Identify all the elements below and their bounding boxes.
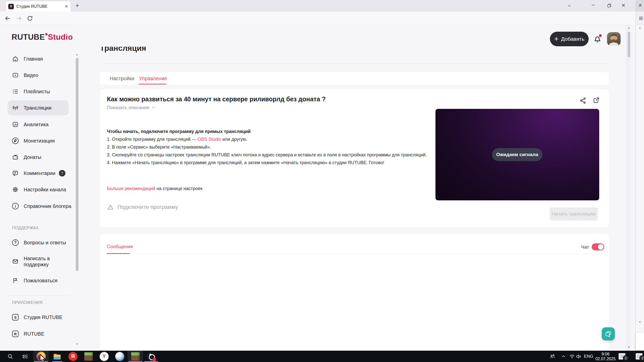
rutube-studio-favicon: S (8, 4, 14, 9)
sidebar-item-streams[interactable]: Трансляции (12, 105, 52, 111)
sidebar-item-app-rutube[interactable]: R RUTUBE (12, 331, 44, 337)
share-icon[interactable] (579, 97, 587, 104)
page-scrollbar-thumb[interactable] (628, 32, 630, 57)
action-center-icon[interactable]: 2 (634, 351, 644, 362)
more-recommendations: Больше рекомендаций на странице настроек (107, 186, 203, 191)
back-icon[interactable] (5, 15, 11, 22)
taskbar-obs-icon[interactable] (143, 351, 159, 362)
show-description-link[interactable]: Показать описание (107, 105, 155, 110)
page-scroll-up-icon[interactable]: ▲ (628, 27, 630, 29)
tray-language[interactable]: ENG (583, 351, 595, 362)
comments-count-badge: 7 (59, 170, 65, 176)
instruction-step-3: 3. Скопируйте со страницы настроек транс… (107, 152, 427, 158)
sliver-scroll-up-icon[interactable]: ▲ (639, 27, 641, 29)
open-external-icon[interactable] (592, 97, 600, 104)
sidebar-item-analytics[interactable]: Аналитика (12, 121, 49, 128)
video-icon (12, 72, 19, 78)
sidebar-section-support: ПОДДЕРЖКА (12, 226, 39, 230)
sidebar: Главная Видео Плейлисты Трансляции Анали… (0, 25, 83, 351)
sliver-close-button[interactable]: ✕ (638, 3, 642, 8)
sidebar-item-home[interactable]: Главная (12, 56, 43, 62)
sidebar-item-faq[interactable]: ? Вопросы и ответы (12, 239, 66, 246)
messages-header-divider (100, 254, 609, 254)
tray-volume-icon[interactable] (574, 351, 583, 362)
sliver-scroll-down-icon[interactable]: ▼ (639, 321, 641, 323)
tray-messages-icon[interactable]: 2 (616, 351, 627, 362)
page-title-clip: Трансляция (100, 47, 326, 59)
sliver-menu-icon[interactable] (638, 16, 644, 21)
page-scroll-down-icon[interactable]: ▼ (628, 346, 630, 348)
tab-control[interactable]: Управление (139, 76, 167, 81)
instruction-step-2: 2. В поле «Сервис» выберите «Настраиваем… (107, 145, 211, 150)
sidebar-scroll-up-icon[interactable]: ▲ (76, 53, 78, 56)
taskbar-minecraft-icon[interactable] (81, 351, 96, 362)
chevron-down-icon (151, 106, 155, 110)
tab-close-icon[interactable]: ✕ (65, 4, 68, 9)
obs-studio-link[interactable]: OBS Studio (197, 137, 221, 142)
forward-icon[interactable] (16, 15, 22, 22)
tab-settings[interactable]: Настройки (110, 76, 134, 81)
tab-title: Студия RUTUBE (16, 4, 65, 9)
close-button[interactable]: ✕ (621, 3, 625, 8)
notifications-bell-icon[interactable] (593, 34, 602, 44)
chat-widget-button[interactable] (602, 327, 615, 340)
tab-messages[interactable]: Сообщения (107, 244, 133, 249)
avatar[interactable] (607, 32, 621, 46)
sliver-popup-corner (636, 333, 644, 350)
tray-date: 02.07.2025 (595, 356, 616, 361)
taskbar-explorer-icon[interactable] (49, 351, 65, 362)
instruction-step-1: 1. Откройте программу для трансляций — O… (107, 137, 247, 142)
background-window-sliver: ✕ ▲ ▼ (635, 0, 644, 351)
sidebar-item-write-support[interactable]: Написать в поддержку (12, 255, 66, 267)
sidebar-item-app-studio[interactable]: S Студия RUTUBE (12, 314, 63, 321)
chat-toggle[interactable] (592, 243, 604, 250)
sidebar-item-monetization[interactable]: ₽ Монетизация (12, 138, 55, 144)
taskbar: Я Y (0, 351, 644, 362)
minimize-button[interactable]: – (592, 2, 595, 8)
restore-button[interactable] (607, 4, 611, 8)
mouse-cursor (40, 354, 47, 362)
sidebar-item-video[interactable]: Видео (12, 72, 38, 78)
browser-tab[interactable]: S Студия RUTUBE ✕ (6, 1, 71, 12)
taskbar-app-orb-icon[interactable] (112, 351, 128, 362)
plus-icon: + (554, 35, 559, 42)
reload-icon[interactable] (27, 15, 33, 22)
tray-people-icon[interactable] (547, 351, 558, 362)
studio-app-icon: S (12, 314, 19, 321)
sidebar-divider (8, 295, 68, 295)
taskbar-task-view-icon[interactable] (18, 351, 33, 362)
start-stream-button[interactable]: Начать трансляцию (550, 207, 598, 220)
tray-hidden-icons-chevron[interactable] (559, 351, 568, 362)
taskbar-minecraft-2-icon[interactable] (128, 351, 143, 362)
new-tab-button[interactable]: + (75, 2, 79, 9)
add-button[interactable]: + Добавить (550, 32, 589, 46)
waiting-signal-pill: Ожидаем сигнала (492, 148, 542, 161)
playlists-icon (12, 88, 19, 95)
screen: S Студия RUTUBE ✕ + – ✕ (0, 0, 644, 362)
mail-icon (12, 258, 19, 265)
sidebar-item-blogger-guide[interactable]: i Справочник блогера (12, 203, 71, 209)
rutube-app-icon: R (12, 331, 19, 337)
sidebar-item-report[interactable]: Пожаловаться (12, 277, 57, 284)
sidebar-scrollbar-thumb[interactable] (76, 58, 78, 271)
notification-dot (599, 34, 602, 37)
info-icon: i (12, 203, 19, 209)
browser-tabbar: S Студия RUTUBE ✕ + – ✕ (0, 0, 635, 12)
taskbar-search-icon[interactable] (3, 351, 18, 362)
sidebar-item-comments[interactable]: Комментарии 7 (12, 170, 65, 176)
sidebar-item-donations[interactable]: Донаты (12, 154, 41, 160)
taskbar-yandex-browser-icon[interactable]: Я (65, 351, 81, 362)
analytics-icon (12, 121, 19, 128)
tray-clock[interactable]: 9:06 02.07.2025 (595, 351, 616, 362)
list-tabs-chevron-icon[interactable] (567, 4, 572, 8)
page-scrollbar[interactable]: ▲ ▼ (626, 25, 631, 351)
action-center-badge: 2 (639, 355, 644, 361)
sidebar-item-channel-settings[interactable]: Настройки канала (12, 186, 66, 193)
more-recommendations-link[interactable]: Больше рекомендаций (107, 186, 155, 191)
stream-title: Как можно развиться за 40 минут на серве… (107, 96, 326, 103)
flag-icon (12, 277, 19, 284)
sidebar-scroll-down-icon[interactable]: ▼ (76, 343, 78, 345)
sidebar-item-playlists[interactable]: Плейлисты (12, 88, 50, 95)
instruction-step-4: 4. Нажмите «Начать трансляцию» в програм… (107, 160, 384, 165)
taskbar-yandex-icon[interactable]: Y (96, 351, 112, 362)
